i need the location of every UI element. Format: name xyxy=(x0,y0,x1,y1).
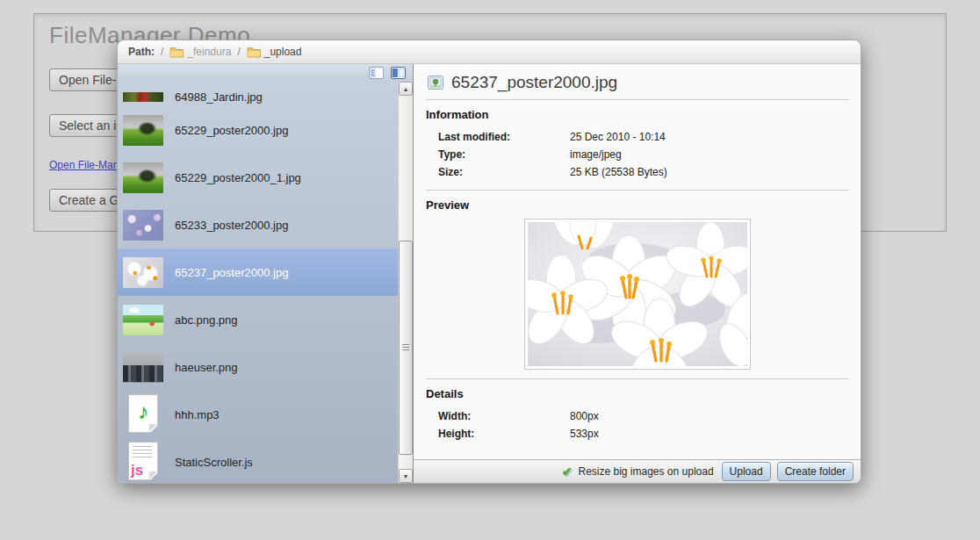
file-name: StaticScroller.js xyxy=(175,456,253,469)
detail-row: Height: 533px xyxy=(438,425,848,443)
path-bar: Path: / _feindura / _upload xyxy=(118,40,861,64)
file-thumbnail xyxy=(123,115,163,146)
path-separator: / xyxy=(161,46,163,58)
upload-button[interactable]: Upload xyxy=(722,462,771,481)
preview-image xyxy=(524,219,751,370)
split-view-icon[interactable] xyxy=(391,67,406,79)
image-file-icon xyxy=(428,76,443,90)
file-name: haeuser.png xyxy=(175,361,238,374)
breadcrumb-label: _upload xyxy=(264,46,302,58)
list-item-selected[interactable]: 65237_poster2000.jpg xyxy=(118,248,398,296)
detail-value: 800px xyxy=(570,410,599,422)
file-name: 65229_poster2000_1.jpg xyxy=(175,171,301,184)
file-name: 64988_Jardin.jpg xyxy=(175,90,263,104)
info-label: Last modified: xyxy=(438,131,570,143)
create-folder-button[interactable]: Create folder xyxy=(777,462,854,481)
folder-icon xyxy=(169,47,184,58)
info-value: image/jpeg xyxy=(570,148,622,161)
file-thumbnail xyxy=(123,352,163,383)
file-name: 65229_poster2000.jpg xyxy=(175,124,288,137)
list-item[interactable]: js StaticScroller.js xyxy=(118,438,398,483)
down-arrow-icon: ▼ xyxy=(403,473,409,479)
list-item[interactable]: haeuser.png xyxy=(118,343,398,391)
scroll-down-button[interactable]: ▼ xyxy=(399,469,413,483)
list-scrollbar[interactable]: ▲ ▼ xyxy=(398,82,413,483)
scroll-up-button[interactable]: ▲ xyxy=(399,82,413,96)
list-view-icon[interactable] xyxy=(369,67,384,79)
info-value: 25 KB (25538 Bytes) xyxy=(570,166,667,178)
scrollbar-thumb[interactable] xyxy=(399,241,413,455)
resize-label: Resize big images on upload xyxy=(578,465,713,478)
divider xyxy=(426,190,848,191)
detail-row: Width: 800px xyxy=(438,407,848,425)
audio-file-icon: ♪ xyxy=(123,394,163,435)
info-label: Size: xyxy=(438,166,570,178)
crocus-flowers-preview xyxy=(528,222,747,366)
breadcrumb-feindura[interactable]: _feindura xyxy=(169,46,231,58)
list-item[interactable]: ♪ hhh.mp3 xyxy=(118,391,398,438)
file-name: 65233_poster2000.jpg xyxy=(175,219,288,232)
list-toolbar xyxy=(118,64,413,82)
path-label: Path: xyxy=(128,46,155,58)
scrollbar-track[interactable] xyxy=(399,96,413,469)
file-list: 64988_Jardin.jpg 65229_poster2000.jpg 65… xyxy=(118,82,398,483)
info-value: 25 Dec 2010 - 10:14 xyxy=(570,131,666,143)
list-item[interactable]: abc.png.png xyxy=(118,296,398,343)
file-thumbnail xyxy=(123,210,163,241)
details-heading: Details xyxy=(426,387,848,400)
info-row: Last modified: 25 Dec 2010 - 10:14 xyxy=(438,128,848,146)
selected-file-title: 65237_poster2000.jpg xyxy=(451,73,617,92)
information-heading: Information xyxy=(426,108,848,121)
music-note-icon: ♪ xyxy=(129,401,157,422)
file-name: 65237_poster2000.jpg xyxy=(175,266,288,279)
file-name: hhh.mp3 xyxy=(175,408,220,421)
detail-label: Width: xyxy=(438,410,570,422)
dialog-footer: ✔ Resize big images on upload Upload Cre… xyxy=(414,459,861,483)
file-name: abc.png.png xyxy=(175,313,238,327)
info-row: Type: image/jpeg xyxy=(438,146,848,163)
breadcrumb-label: _feindura xyxy=(187,46,231,58)
up-arrow-icon: ▲ xyxy=(403,86,409,92)
info-label: Type: xyxy=(438,148,570,161)
path-separator: / xyxy=(237,46,240,58)
list-item[interactable]: 64988_Jardin.jpg xyxy=(118,82,398,106)
file-list-panel: 64988_Jardin.jpg 65229_poster2000.jpg 65… xyxy=(118,64,414,483)
breadcrumb-upload[interactable]: _upload xyxy=(247,46,302,58)
detail-label: Height: xyxy=(438,428,570,440)
file-thumbnail xyxy=(123,92,163,102)
preview-heading: Preview xyxy=(426,198,848,212)
details-panel: 65237_poster2000.jpg Information Last mo… xyxy=(414,64,861,483)
file-thumbnail xyxy=(123,257,163,288)
list-item[interactable]: 65229_poster2000.jpg xyxy=(118,106,398,154)
scrollbar-grip xyxy=(402,344,409,351)
detail-value: 533px xyxy=(570,428,599,440)
filemanager-dialog: Path: / _feindura / _upload xyxy=(117,40,861,484)
selected-file-header: 65237_poster2000.jpg xyxy=(426,68,848,100)
list-item[interactable]: 65229_poster2000_1.jpg xyxy=(118,154,398,201)
info-row: Size: 25 KB (25538 Bytes) xyxy=(438,163,848,181)
file-thumbnail xyxy=(123,305,163,335)
list-item[interactable]: 65233_poster2000.jpg xyxy=(118,201,398,248)
divider xyxy=(426,378,848,379)
js-file-icon: js xyxy=(123,442,163,482)
file-thumbnail xyxy=(123,162,163,193)
folder-icon xyxy=(247,47,261,58)
js-label-icon: js xyxy=(131,463,143,478)
resize-checkbox[interactable]: ✔ xyxy=(562,464,573,479)
